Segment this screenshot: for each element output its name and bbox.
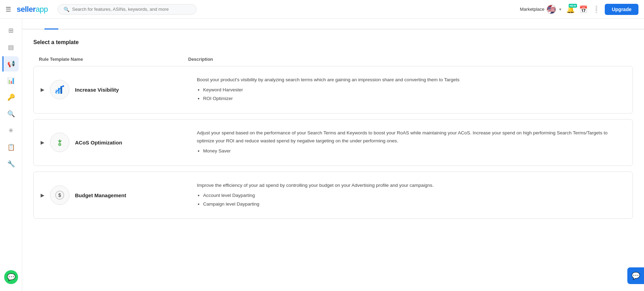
whatsapp-icon: 💬 [7,273,16,281]
marketplace-selector[interactable]: Marketplace 🇺🇸 ▼ [520,5,562,14]
notifications-button[interactable]: 🔔 NEW [566,5,575,14]
column-header-name: Rule Template Name [39,57,188,62]
bullet-account-dayparting: Account level Dayparting [203,192,626,200]
sidebar-item-wrench[interactable]: 🔧 [3,156,19,172]
svg-text:$: $ [59,143,60,146]
increase-visibility-desc-text: Boost your product's visibility by analy… [197,77,459,82]
template-card-increase-visibility: ▶ Increase Visibility Boost your produc [33,66,633,114]
expand-arrow-budget[interactable]: ▶ [41,192,44,198]
hamburger-icon[interactable]: ☰ [6,6,11,13]
marketplace-label: Marketplace [520,7,545,12]
wrench-icon: 🔧 [7,160,15,168]
expand-arrow-increase-visibility[interactable]: ▶ [41,87,44,92]
tab-2[interactable] [44,19,58,30]
acos-desc-text: Adjust your spend based on the performan… [197,130,608,143]
increase-visibility-description: Boost your product's visibility by analy… [197,76,626,103]
flag-icon: 🇺🇸 [546,5,556,14]
content-area: Select a template Rule Template Name Des… [22,30,644,234]
sidebar-item-analytics[interactable]: 📊 [3,73,19,88]
sidebar-item-catalog[interactable]: ▤ [3,40,19,55]
template-card-budget-management: ▶ $ Budget Management Improve the effici… [33,172,633,219]
calendar-icon: 📅 [579,5,588,14]
template-left: ▶ $ Budget Management [41,185,190,205]
acos-optimization-description: Adjust your spend based on the performan… [197,129,626,156]
analytics-icon: 📊 [7,77,15,84]
tools-icon: 🔑 [7,93,15,101]
logo-text-dark: seller [17,5,36,14]
new-badge: NEW [569,4,577,8]
template-left: ▶ Increase Visibility [41,80,190,99]
network-icon: ✳ [8,127,14,134]
expand-arrow-acos[interactable]: ▶ [41,140,44,145]
section-title: Select a template [33,39,633,45]
upgrade-button[interactable]: Upgrade [605,4,638,15]
logo: sellerapp [17,5,48,14]
main-content: Select a template Rule Template Name Des… [22,19,644,291]
reports-icon: 📋 [7,143,15,151]
increase-visibility-icon [50,80,69,99]
increase-visibility-name: Increase Visibility [75,87,119,93]
bullet-keyword-harvester: Keyword Harvester [203,86,626,94]
chat-icon: 💬 [632,272,640,280]
sidebar-item-network[interactable]: ✳ [3,123,19,138]
alert-icon: ❕ [592,5,601,14]
sidebar-item-tools[interactable]: 🔑 [3,90,19,105]
catalog-icon: ▤ [8,43,14,51]
budget-management-name: Budget Management [75,192,126,198]
budget-management-description: Improve the efficiency of your ad spend … [197,182,626,209]
calendar-button[interactable]: 📅 [579,5,588,14]
home-icon: ⊞ [8,27,14,34]
template-left: ▶ $ ACoS Optimization [41,133,190,152]
search-input[interactable] [72,7,191,12]
alerts-button[interactable]: ❕ [592,5,601,14]
sidebar-item-advertising[interactable]: 📢 [2,56,19,72]
bullet-money-saver: Money Saver [203,147,626,155]
topbar-right: Marketplace 🇺🇸 ▼ 🔔 NEW 📅 ❕ Upgrade [520,4,639,15]
advertising-icon: 📢 [7,60,15,68]
sidebar-item-home[interactable]: ⊞ [3,23,19,38]
chat-fab[interactable]: 💬 [627,267,644,284]
bullet-campaign-dayparting: Campaign level Dayparting [203,200,626,208]
budget-desc-text: Improve the efficiency of your ad spend … [197,183,434,188]
sidebar: ⊞ ▤ 📢 📊 🔑 🔍 ✳ 📋 🔧 ⚙ [0,19,22,291]
sidebar-item-search[interactable]: 🔍 [3,106,19,122]
tab-bar [22,19,644,30]
search-icon: 🔍 [64,7,69,12]
search-bar[interactable]: 🔍 [58,4,196,15]
acos-optimization-icon: $ [50,133,69,152]
template-row: ▶ $ Budget Management Improve the effici… [34,172,633,219]
table-header: Rule Template Name Description [33,54,633,66]
column-header-description: Description [188,57,627,62]
dropdown-chevron-icon: ▼ [558,7,562,11]
svg-text:$: $ [58,192,61,198]
logo-text-light: app [36,5,48,14]
svg-point-3 [62,85,64,87]
whatsapp-fab[interactable]: 💬 [4,270,18,284]
sidebar-item-reports[interactable]: 📋 [3,140,19,155]
template-card-acos-optimization: ▶ $ ACoS Optimization Adj [33,119,633,166]
acos-optimization-name: ACoS Optimization [75,140,122,146]
budget-management-icon: $ [50,185,69,205]
topbar: ☰ sellerapp 🔍 Marketplace 🇺🇸 ▼ 🔔 NEW 📅 ❕… [0,0,644,19]
budget-bullets: Account level Dayparting Campaign level … [197,192,626,208]
increase-visibility-bullets: Keyword Harvester ROI Optimizer [197,86,626,103]
search-nav-icon: 🔍 [7,110,15,118]
template-row: ▶ $ ACoS Optimization Adj [34,119,633,166]
tab-1[interactable] [31,19,44,30]
bullet-roi-optimizer: ROI Optimizer [203,95,626,103]
tab-3[interactable] [58,19,72,30]
template-row: ▶ Increase Visibility Boost your produc [34,66,633,113]
acos-bullets: Money Saver [197,147,626,155]
